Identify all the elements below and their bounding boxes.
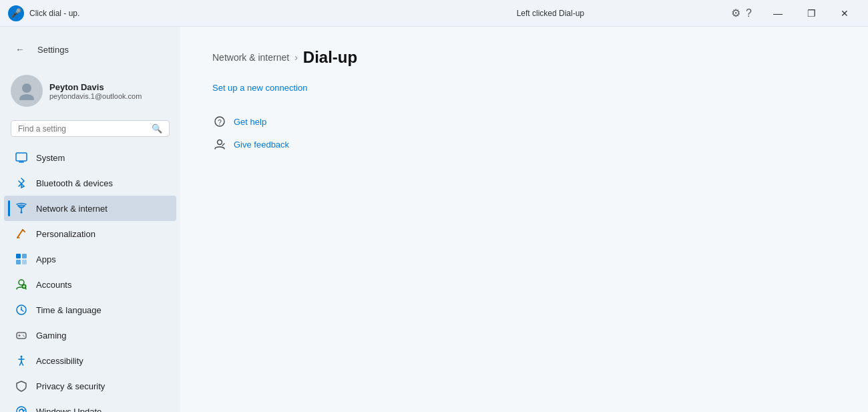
svg-point-22	[23, 335, 24, 336]
titlebar: 🎤 Click dial - up. Left clicked Dial-up …	[0, 0, 868, 27]
svg-line-5	[17, 230, 23, 238]
svg-rect-19	[17, 333, 26, 339]
breadcrumb-separator: ›	[294, 52, 298, 63]
update-icon	[15, 405, 28, 412]
svg-rect-2	[16, 153, 27, 161]
system-icon	[15, 151, 28, 164]
svg-point-23	[23, 336, 25, 337]
minimize-button[interactable]: —	[763, 3, 793, 24]
sidebar-item-label-apps: Apps	[36, 254, 56, 264]
sidebar-item-label-accessibility: Accessibility	[36, 356, 83, 366]
help-item-give-feedback[interactable]: Give feedback	[212, 137, 836, 152]
svg-text:?: ?	[218, 119, 222, 126]
user-info: Peyton Davis peytondavis.1@outlook.com	[49, 82, 142, 100]
breadcrumb: Network & internet › Dial-up	[212, 48, 836, 67]
titlebar-left: 🎤 Click dial - up.	[8, 5, 370, 21]
sidebar-item-update[interactable]: Windows Update	[4, 399, 176, 412]
give-feedback-label[interactable]: Give feedback	[234, 140, 289, 150]
sidebar-item-network[interactable]: Network & internet	[4, 196, 176, 221]
sidebar-item-time[interactable]: Time & language	[4, 297, 176, 323]
close-button[interactable]: ✕	[829, 3, 860, 24]
accounts-icon	[15, 278, 28, 291]
svg-line-28	[21, 362, 23, 365]
restore-button[interactable]: ❐	[796, 3, 827, 24]
sidebar-item-system[interactable]: System	[4, 145, 176, 170]
breadcrumb-parent[interactable]: Network & internet	[212, 52, 289, 63]
time-icon	[15, 303, 28, 317]
titlebar-settings-icons: ⚙ ?	[731, 7, 752, 19]
help-item-get-help[interactable]: ?Get help	[212, 114, 836, 129]
privacy-icon	[15, 379, 28, 393]
bluetooth-icon	[15, 176, 28, 190]
sidebar-item-personalization[interactable]: Personalization	[4, 221, 176, 246]
give-feedback-icon	[212, 137, 227, 152]
svg-point-24	[21, 356, 23, 358]
svg-rect-9	[22, 254, 27, 258]
svg-point-32	[218, 140, 222, 145]
app-icon: 🎤	[8, 5, 24, 21]
sidebar-app-title: Settings	[37, 45, 69, 55]
sidebar-item-privacy[interactable]: Privacy & security	[4, 373, 176, 399]
svg-line-18	[21, 310, 23, 311]
gaming-icon	[15, 329, 28, 342]
svg-rect-3	[19, 162, 24, 163]
sidebar-item-label-personalization: Personalization	[36, 229, 95, 239]
network-icon	[15, 202, 28, 215]
user-name: Peyton Davis	[49, 82, 142, 92]
titlebar-left-title: Click dial - up.	[29, 9, 79, 18]
search-container: 🔍	[0, 118, 180, 145]
user-profile: Peyton Davis peytondavis.1@outlook.com	[0, 69, 180, 118]
sidebar-item-apps[interactable]: Apps	[4, 246, 176, 272]
svg-point-0	[22, 83, 31, 93]
get-help-icon: ?	[212, 114, 227, 129]
svg-point-4	[21, 212, 23, 214]
svg-rect-8	[16, 254, 21, 258]
main-content: Network & internet › Dial-up Set up a ne…	[180, 27, 868, 412]
sidebar-item-label-update: Windows Update	[36, 407, 101, 413]
help-section: ?Get helpGive feedback	[212, 114, 836, 152]
get-help-label[interactable]: Get help	[234, 117, 266, 127]
sidebar-item-label-bluetooth: Bluetooth & devices	[36, 178, 113, 188]
sidebar-item-label-system: System	[36, 153, 65, 163]
search-input[interactable]	[18, 124, 148, 134]
search-box: 🔍	[11, 120, 170, 137]
svg-rect-10	[16, 260, 21, 264]
sidebar-item-label-network: Network & internet	[36, 204, 107, 214]
sidebar-item-accessibility[interactable]: Accessibility	[4, 348, 176, 373]
sidebar-item-label-gaming: Gaming	[36, 331, 67, 341]
sidebar-item-label-time: Time & language	[36, 305, 101, 315]
sidebar-item-gaming[interactable]: Gaming	[4, 323, 176, 348]
sidebar-item-bluetooth[interactable]: Bluetooth & devices	[4, 170, 176, 196]
svg-rect-11	[22, 260, 27, 264]
sidebar-header: ← Settings	[0, 35, 180, 69]
app-container: ← Settings Peyton Davis peytondavis.1@ou…	[0, 27, 868, 412]
back-button[interactable]: ←	[11, 40, 29, 59]
sidebar-item-label-accounts: Accounts	[36, 280, 71, 290]
titlebar-controls: — ❐ ✕	[763, 3, 860, 24]
titlebar-center-title: Left clicked Dial-up	[370, 9, 732, 18]
sidebar-item-accounts[interactable]: Accounts	[4, 272, 176, 297]
sidebar-item-label-privacy: Privacy & security	[36, 381, 105, 391]
search-icon: 🔍	[152, 124, 162, 134]
svg-line-33	[222, 144, 224, 146]
breadcrumb-current: Dial-up	[303, 48, 357, 67]
user-email: peytondavis.1@outlook.com	[49, 92, 142, 100]
svg-line-6	[23, 230, 25, 232]
settings-icon[interactable]: ⚙	[731, 7, 740, 19]
setup-new-connection-link[interactable]: Set up a new connection	[212, 83, 836, 93]
nav-list: SystemBluetooth & devicesNetwork & inter…	[0, 145, 180, 412]
personalization-icon	[15, 227, 28, 240]
avatar	[11, 75, 43, 107]
accessibility-icon	[15, 354, 28, 367]
help-icon[interactable]: ?	[746, 7, 752, 19]
svg-point-1	[19, 94, 34, 100]
apps-icon	[15, 252, 28, 266]
sidebar: ← Settings Peyton Davis peytondavis.1@ou…	[0, 27, 180, 412]
